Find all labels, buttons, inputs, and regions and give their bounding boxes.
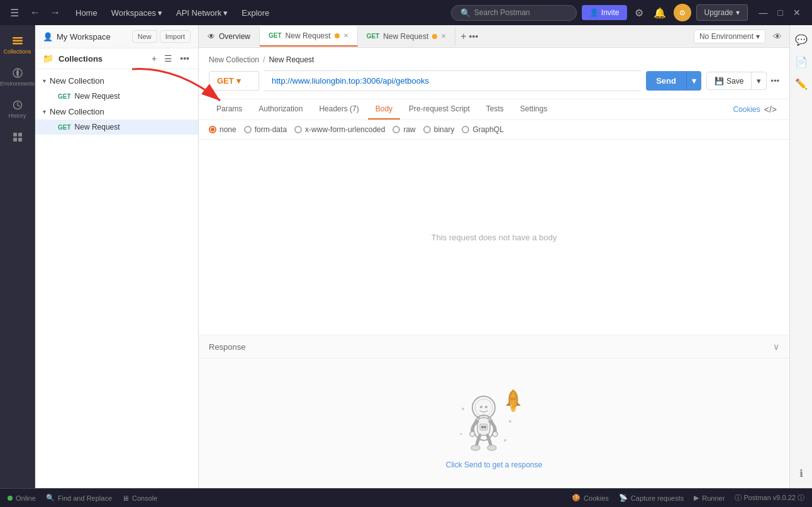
svg-point-22 [481, 426, 484, 428]
body-opt-binary[interactable]: binary [423, 125, 455, 134]
svg-point-29 [509, 420, 511, 423]
collections-panel: 👤 My Workspace New Import 📁 Collections … [35, 25, 199, 488]
code-icon[interactable]: </> [762, 99, 779, 120]
env-manager-icon[interactable]: 👁 [770, 29, 784, 44]
tab-2-close-button[interactable]: ✕ [441, 33, 446, 40]
workspace-icon: 👤 [43, 32, 53, 42]
maximize-button[interactable]: □ [774, 6, 787, 19]
radio-binary [423, 126, 431, 133]
tabs-actions: + ••• [455, 31, 483, 42]
tab-tests[interactable]: Tests [479, 99, 511, 120]
add-collection-button[interactable]: + [150, 52, 158, 65]
import-button[interactable]: Import [160, 30, 191, 43]
console-button[interactable]: 🖥 Console [122, 494, 157, 502]
environment-selector[interactable]: No Environment ▾ [694, 30, 765, 43]
nav-home[interactable]: Home [69, 4, 104, 21]
url-input[interactable] [264, 70, 641, 91]
filter-button[interactable]: ☰ [163, 52, 174, 65]
titlebar-left: ☰ ← → [8, 4, 64, 21]
add-tab-button[interactable]: + [460, 31, 466, 42]
hamburger-icon[interactable]: ☰ [8, 4, 21, 21]
tab-request-1[interactable]: GET New Request ✕ [260, 26, 358, 47]
sidebar-item-history[interactable]: History [3, 94, 33, 124]
forward-button[interactable]: → [47, 4, 64, 21]
search-bar[interactable]: 🔍 Search Postman [451, 5, 577, 21]
request-more-button[interactable]: ••• [770, 76, 779, 86]
request-item-1-1[interactable]: GET New Request [35, 89, 198, 104]
svg-point-30 [504, 439, 506, 442]
avatar[interactable]: ⊙ [674, 4, 691, 21]
tab-unsaved-indicator [335, 33, 340, 38]
main-content: 👁 Overview GET New Request ✕ GET New Req… [199, 25, 789, 488]
send-button[interactable]: Send [646, 71, 686, 91]
sidebar-item-apps[interactable] [3, 126, 33, 148]
tabs-more-button[interactable]: ••• [469, 31, 479, 42]
edit-icon[interactable]: ✏️ [791, 74, 811, 94]
cookies-button[interactable]: 🍪 Cookies [572, 493, 609, 503]
body-opt-graphql[interactable]: GraphQL [462, 125, 503, 134]
comments-icon[interactable]: 💬 [791, 30, 811, 50]
settings-icon[interactable]: ⚙ [632, 4, 646, 21]
collection-1[interactable]: ▾ New Collection [35, 73, 198, 89]
response-collapse-button[interactable]: ∨ [773, 342, 779, 352]
body-opt-form-data[interactable]: form-data [244, 125, 287, 134]
apps-icon [12, 131, 23, 143]
tabs-right: No Environment ▾ 👁 [694, 29, 789, 44]
body-opt-urlencoded[interactable]: x-www-form-urlencoded [294, 125, 385, 134]
send-arrow-button[interactable]: ▾ [686, 71, 701, 91]
capture-button[interactable]: 📡 Capture requests [619, 493, 684, 503]
save-button-group: 💾 Save ▾ [706, 72, 767, 90]
minimize-button[interactable]: — [755, 6, 772, 19]
response-title: Response [209, 342, 773, 352]
window-controls: — □ ✕ [755, 6, 804, 19]
titlebar-nav: ← → [26, 4, 64, 21]
upgrade-button[interactable]: Upgrade ▾ [696, 4, 748, 21]
radio-none [209, 126, 216, 133]
body-opt-none[interactable]: none [209, 125, 236, 134]
collections-more-button[interactable]: ••• [179, 52, 191, 65]
svg-point-18 [485, 406, 487, 408]
new-button[interactable]: New [132, 30, 157, 43]
svg-rect-5 [13, 133, 17, 136]
svg-point-31 [460, 433, 462, 435]
status-dot [8, 496, 13, 501]
sidebar-item-environments[interactable]: Environments [3, 62, 33, 92]
invite-icon: 👤 [589, 8, 599, 17]
response-empty-text: Click Send to get a response [446, 460, 542, 469]
method-selector[interactable]: GET ▾ [209, 71, 259, 91]
tab-params[interactable]: Params [209, 99, 250, 120]
tab-body[interactable]: Body [368, 99, 400, 120]
request-item-2-1[interactable]: GET New Request [35, 120, 198, 135]
tab-request-2[interactable]: GET New Request ✕ [358, 27, 456, 46]
tab-authorization[interactable]: Authorization [251, 99, 310, 120]
save-button[interactable]: 💾 Save [706, 72, 752, 90]
right-sidebar: 💬 📄 ✏️ ℹ [789, 25, 812, 488]
tab-overview[interactable]: 👁 Overview [199, 27, 260, 46]
find-replace-button[interactable]: 🔍 Find and Replace [46, 494, 112, 502]
back-button[interactable]: ← [26, 4, 44, 21]
sidebar-item-collections[interactable]: Collections [3, 30, 33, 60]
documentation-icon[interactable]: 📄 [791, 52, 811, 72]
runner-button[interactable]: ▶ Runner [694, 493, 725, 503]
svg-rect-0 [13, 37, 23, 39]
online-status[interactable]: Online [8, 494, 36, 502]
save-dropdown-button[interactable]: ▾ [752, 72, 767, 90]
tab-settings[interactable]: Settings [513, 99, 555, 120]
tab-pre-request[interactable]: Pre-request Script [401, 99, 477, 120]
body-opt-raw[interactable]: raw [392, 125, 415, 134]
runner-icon: ▶ [694, 494, 699, 502]
nav-api-network[interactable]: API Network ▾ [170, 4, 234, 21]
invite-button[interactable]: 👤 Invite [582, 5, 627, 20]
request-area: New Collection / New Request GET ▾ Send … [199, 48, 789, 99]
info-icon[interactable]: ℹ [796, 464, 807, 483]
close-button[interactable]: ✕ [789, 6, 804, 19]
cookies-link[interactable]: Cookies [733, 100, 760, 119]
tab-close-button[interactable]: ✕ [343, 32, 348, 39]
notifications-icon[interactable]: 🔔 [651, 4, 669, 21]
collection-2[interactable]: ▾ New Collection [35, 104, 198, 120]
nav-explore[interactable]: Explore [235, 4, 275, 21]
svg-marker-13 [517, 402, 521, 406]
capture-icon: 📡 [619, 494, 628, 502]
nav-workspaces[interactable]: Workspaces ▾ [105, 4, 169, 21]
tab-headers[interactable]: Headers (7) [311, 99, 366, 120]
